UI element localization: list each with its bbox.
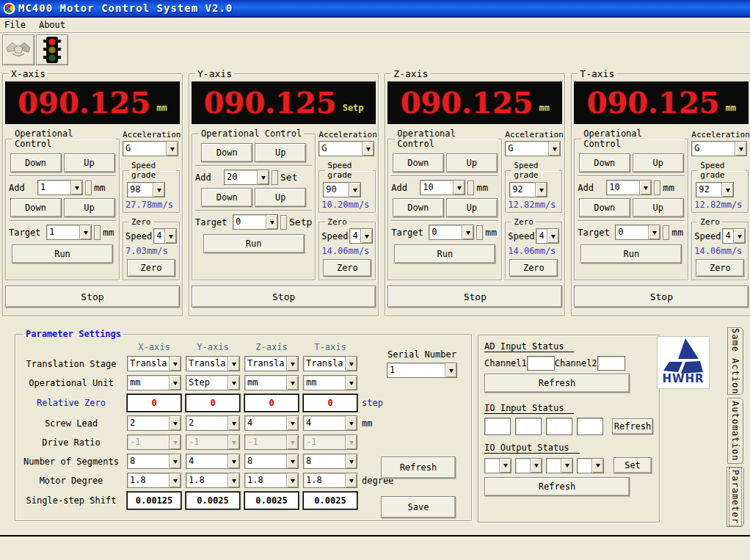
chevron-down-icon[interactable] [535,183,547,197]
add-mini-button[interactable] [654,181,660,195]
acceleration-select[interactable]: G [318,141,374,156]
chevron-down-icon[interactable] [360,229,372,243]
add-select[interactable]: 1 [37,180,83,195]
add-mini-button[interactable] [467,181,474,195]
run-button[interactable]: Run [394,244,495,263]
add-up-button[interactable]: Up [446,198,498,217]
chevron-down-icon[interactable] [530,459,542,473]
speed-grade-select[interactable]: 90 [323,182,361,197]
chevron-down-icon[interactable] [648,225,660,239]
chevron-down-icon[interactable] [227,357,239,371]
chevron-down-icon[interactable] [286,376,298,390]
chevron-down-icon[interactable] [453,181,465,194]
segments-select-y[interactable]: 4 [186,454,240,469]
speed-grade-select[interactable]: 92 [509,182,547,197]
chevron-down-icon[interactable] [79,225,91,239]
target-mini-button[interactable] [476,225,483,240]
io-input-refresh-button[interactable]: Refresh [612,418,653,434]
target-select[interactable]: 0 [615,225,660,240]
stop-button[interactable]: Stop [5,286,180,308]
chevron-down-icon[interactable] [462,225,473,239]
run-button[interactable]: Run [12,244,113,263]
motor-degree-select-y[interactable]: 1.8 [186,473,240,488]
chevron-down-icon[interactable] [227,416,239,430]
add-down-button[interactable]: Down [10,198,62,217]
tab-parameter[interactable]: Parameter [727,467,744,527]
translation-stage-select-t[interactable]: Transla [303,356,357,371]
zero-speed-select[interactable]: 4 [722,228,746,244]
target-select[interactable]: 0 [429,225,474,240]
add-down-button[interactable]: Down [579,198,630,217]
chevron-down-icon[interactable] [345,357,357,371]
add-up-button[interactable]: Up [633,198,684,217]
chevron-down-icon[interactable] [591,459,603,473]
zero-speed-select[interactable]: 4 [349,228,373,244]
chevron-down-icon[interactable] [70,181,82,194]
chevron-down-icon[interactable] [169,376,181,390]
parameters-save-button[interactable]: Save [381,496,456,518]
chevron-down-icon[interactable] [561,459,572,473]
connect-button[interactable] [2,34,34,65]
jog-down-button[interactable]: Down [579,153,630,172]
menu-file[interactable]: File [4,20,26,30]
chevron-down-icon[interactable] [445,363,456,377]
screw-lead-select-z[interactable]: 4 [244,415,299,431]
speed-grade-select[interactable]: 92 [696,182,734,197]
parameters-refresh-button[interactable]: Refresh [381,457,456,479]
translation-stage-select-y[interactable]: Transla [186,356,240,371]
zero-speed-select[interactable]: 4 [153,228,177,244]
add-select[interactable]: 10 [420,180,465,195]
chevron-down-icon[interactable] [286,416,298,430]
add-down-button[interactable]: Down [201,188,252,207]
chevron-down-icon[interactable] [169,357,181,371]
io-output-refresh-button[interactable]: Refresh [484,477,630,496]
acceleration-select[interactable]: G [505,141,561,156]
chevron-down-icon[interactable] [345,376,357,390]
chevron-down-icon[interactable] [721,183,733,197]
zero-button[interactable]: Zero [696,259,744,277]
jog-down-button[interactable]: Down [393,153,444,172]
target-select[interactable]: 0 [233,214,278,230]
chevron-down-icon[interactable] [349,183,360,197]
tab-same-action[interactable]: Same Action [727,327,743,395]
segments-select-x[interactable]: 8 [127,454,181,469]
chevron-down-icon[interactable] [733,229,745,243]
chevron-down-icon[interactable] [547,229,558,243]
add-select[interactable]: 20 [224,170,269,185]
operational-unit-select-z[interactable]: mm [244,375,299,390]
stop-button[interactable]: Stop [192,286,376,308]
speed-grade-select[interactable]: 98 [127,182,165,197]
chevron-down-icon[interactable] [227,473,239,487]
chevron-down-icon[interactable] [362,142,374,156]
io-output-select-2[interactable] [515,458,542,473]
motor-degree-select-z[interactable]: 1.8 [244,473,299,488]
ad-refresh-button[interactable]: Refresh [484,374,630,393]
jog-down-button[interactable]: Down [10,153,62,172]
chevron-down-icon[interactable] [548,142,560,156]
screw-lead-select-x[interactable]: 2 [127,415,181,431]
add-up-button[interactable]: Up [64,198,115,217]
chevron-down-icon[interactable] [735,142,746,156]
target-mini-button[interactable] [663,225,669,240]
stop-button[interactable]: Stop [574,286,749,308]
zero-button[interactable]: Zero [509,259,558,277]
add-mini-button[interactable] [85,181,92,195]
target-mini-button[interactable] [94,225,101,240]
serial-number-select[interactable]: 1 [387,363,457,378]
translation-stage-select-x[interactable]: Transla [127,356,181,371]
run-button[interactable]: Run [580,244,682,263]
chevron-down-icon[interactable] [227,376,239,390]
operational-unit-select-x[interactable]: mm [127,375,181,390]
chevron-down-icon[interactable] [286,454,298,468]
io-output-select-1[interactable] [484,458,511,473]
motor-degree-select-x[interactable]: 1.8 [127,473,181,488]
io-output-select-4[interactable] [577,458,604,473]
jog-up-button[interactable]: Up [64,153,115,172]
zero-button[interactable]: Zero [127,259,175,277]
chevron-down-icon[interactable] [499,459,511,473]
chevron-down-icon[interactable] [266,215,277,229]
chevron-down-icon[interactable] [153,183,164,197]
add-mini-button[interactable] [272,170,278,185]
acceleration-select[interactable]: G [691,141,747,156]
jog-down-button[interactable]: Down [201,143,252,162]
